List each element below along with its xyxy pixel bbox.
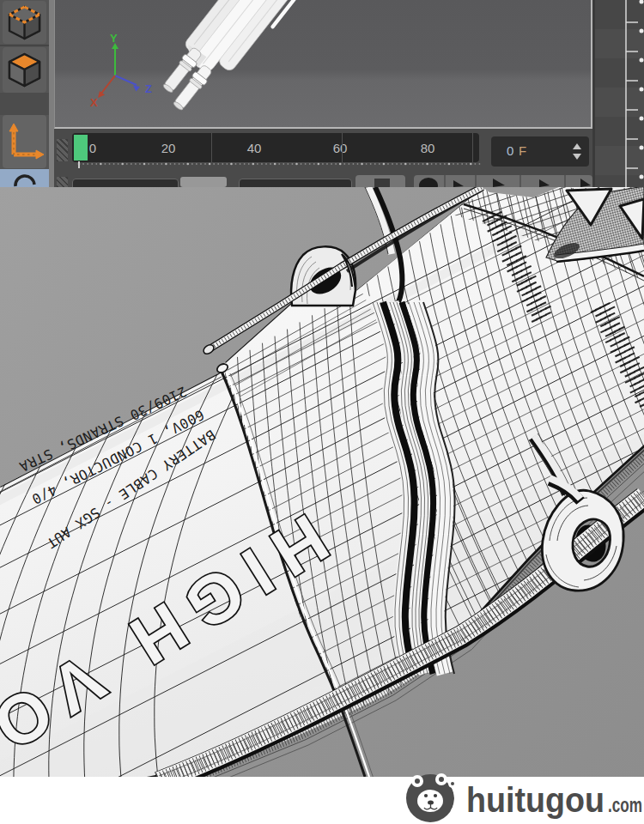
playback-buttons[interactable] <box>414 175 592 187</box>
axis-gizmo <box>98 43 140 98</box>
timeline-ruler[interactable]: 0 20 40 60 80 <box>72 133 479 162</box>
frame-spinner-icon[interactable] <box>572 142 582 161</box>
tick-0: 0 <box>89 141 96 155</box>
polygons-mode-icon <box>3 47 46 93</box>
tick-80: 80 <box>421 141 435 155</box>
frame-unit: F <box>519 143 526 158</box>
wireframe-art: 2109/30 STRANDS, STRA 600V, 1 CONDUCTOR,… <box>0 187 644 824</box>
enable-axis-button[interactable] <box>3 115 46 168</box>
axis-label-y: Y <box>110 32 118 45</box>
frame-value: 0 <box>507 143 513 158</box>
play-forward-icon <box>580 179 591 187</box>
next-frame-icon <box>539 179 550 187</box>
playhead-pointer <box>78 161 80 168</box>
watermark-tld: .com <box>608 794 642 816</box>
mode-toolbar <box>0 0 49 187</box>
texture-mode-button[interactable] <box>0 169 49 187</box>
ruler-gridline-30 <box>211 133 212 162</box>
timeline-grip[interactable] <box>57 139 68 161</box>
ruler-gridline-90 <box>472 133 473 162</box>
play-icon <box>493 179 505 187</box>
goto-start-button[interactable] <box>355 175 405 187</box>
watermark-brand: huitugou <box>466 781 605 819</box>
toolbar-separator <box>0 45 49 46</box>
range-end-field[interactable] <box>239 179 352 187</box>
transport-grip[interactable] <box>57 177 68 187</box>
polygons-mode-button[interactable] <box>3 47 46 93</box>
wireframe-render: 2109/30 STRANDS, STRA 600V, 1 CONDUCTOR,… <box>0 187 644 824</box>
enable-axis-icon <box>3 115 46 168</box>
stop-icon <box>374 179 390 187</box>
range-slider-thumb[interactable] <box>180 177 227 187</box>
axis-label-z: Z <box>145 82 152 95</box>
ruler-tick-dots <box>72 161 484 172</box>
3d-viewport[interactable]: Y Z X <box>54 0 592 129</box>
c4d-ui-strip: Y Z X 0 20 40 60 80 0 F <box>0 0 644 187</box>
viewport-model <box>150 0 324 124</box>
tick-60: 60 <box>333 141 348 155</box>
transport-row <box>54 173 644 187</box>
tick-20: 20 <box>161 141 176 155</box>
timeline-row: 0 20 40 60 80 0 F <box>54 129 644 173</box>
ruler-gridline-60 <box>342 133 343 162</box>
frame-field[interactable]: 0 F <box>491 136 589 167</box>
record-icon <box>419 178 438 187</box>
watermark: huitugou .com <box>0 773 644 824</box>
prev-frame-icon <box>453 180 464 187</box>
range-start-field[interactable] <box>72 179 179 187</box>
playhead-marker[interactable] <box>74 135 88 161</box>
edges-mode-icon <box>3 1 46 44</box>
tick-40: 40 <box>247 141 262 155</box>
edges-mode-button[interactable] <box>3 1 46 44</box>
toolbar-gap <box>0 93 49 115</box>
axis-label-x: X <box>90 96 98 109</box>
texture-mode-icon <box>0 169 49 187</box>
